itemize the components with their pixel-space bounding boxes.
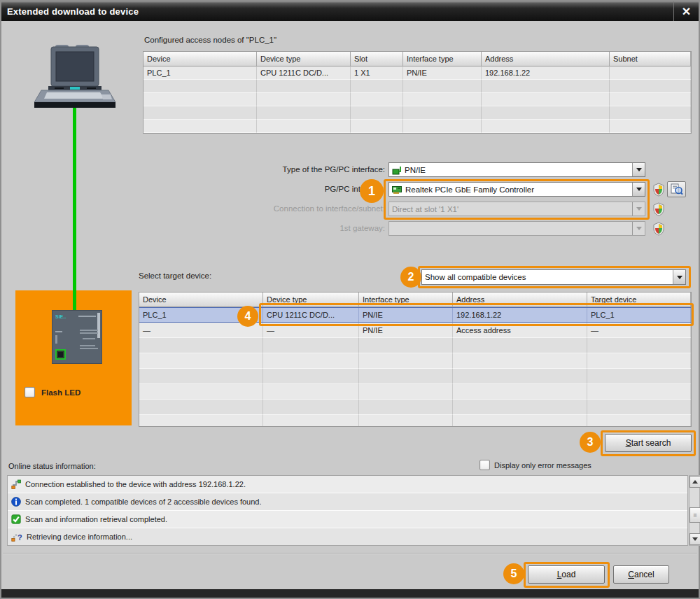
column-header[interactable]: Subnet — [610, 52, 691, 66]
bottom-divider — [3, 553, 697, 554]
pgpc-interface-value: Realtek PCIe GbE Family Controller — [405, 185, 534, 194]
pgpc-interface-label: PG/PC interface: — [211, 185, 385, 193]
column-header[interactable]: Device type — [257, 52, 351, 66]
target-row-selected[interactable]: PLC_1 CPU 1211C DC/D... PN/IE 192.168.1.… — [139, 307, 691, 323]
cancel-button[interactable]: Cancel — [613, 565, 669, 584]
cell-interface-type: PN/IE — [359, 323, 453, 338]
load-button[interactable]: Load — [528, 565, 605, 584]
dialog-title: Extended download to device — [1, 6, 139, 17]
cell-device: PLC_1 — [144, 66, 257, 80]
annotation-number: 5 — [511, 568, 517, 580]
table-row-empty — [139, 400, 691, 415]
dialog-bottom-edge — [1, 589, 699, 598]
target-row-access[interactable]: — — PN/IE Access address — — [139, 323, 691, 338]
chevron-down-icon — [632, 202, 645, 216]
network-plug-icon — [392, 165, 402, 175]
column-header[interactable]: Interface type — [359, 293, 453, 307]
screen: Extended download to device ✕ SIE.. — [0, 0, 700, 599]
laptop-icon — [34, 45, 116, 109]
chevron-down-icon[interactable] — [632, 183, 645, 196]
status-scrollbar: ≡ — [689, 475, 700, 546]
error-filter-checkbox[interactable] — [479, 460, 490, 470]
button-label: oad — [561, 570, 575, 579]
cell-target-device: — — [587, 323, 691, 338]
gateway-label: 1st gateway: — [211, 224, 385, 232]
status-row: Scan and information retrieval completed… — [8, 511, 687, 528]
pgpc-interface-select[interactable]: Realtek PCIe GbE Family Controller — [388, 182, 645, 197]
cell-device-type: CPU 1211C DC/D... — [263, 308, 359, 322]
configured-nodes-label: Configured access nodes of "PLC_1" — [144, 36, 276, 44]
annotation-number: 3 — [587, 436, 594, 449]
table-row-empty — [139, 353, 691, 369]
column-header[interactable]: Address — [482, 52, 610, 66]
search-icon — [671, 183, 683, 195]
error-filter-label: Display only error messages — [494, 461, 592, 470]
status-text: Scan and information retrieval completed… — [25, 515, 167, 523]
column-header[interactable]: Interface type — [403, 52, 482, 66]
network-card-icon — [392, 185, 402, 195]
query-icon: ? — [11, 532, 22, 542]
status-text: Connection established to the device wit… — [25, 480, 246, 488]
column-header[interactable]: Device — [139, 293, 263, 307]
table-row-empty — [144, 120, 691, 133]
button-label: ancel — [634, 570, 654, 579]
annotation-circle-3: 3 — [580, 432, 601, 453]
online-status-label: Online status information: — [8, 462, 96, 470]
network-cable — [73, 108, 76, 312]
column-header[interactable]: Slot — [351, 52, 403, 66]
status-message-list: Connection established to the device wit… — [7, 475, 688, 546]
cell-address: Access address — [453, 323, 587, 338]
button-label: S — [626, 438, 631, 448]
annotation-number: 2 — [408, 271, 414, 283]
table-row-empty — [144, 80, 691, 93]
table-row-empty — [139, 369, 691, 384]
cell-interface-type: PN/IE — [403, 66, 482, 80]
connection-subnet-value: Direct at slot '1 X1' — [392, 205, 458, 213]
close-button[interactable]: ✕ — [673, 1, 699, 21]
flash-led-checkbox[interactable] — [24, 387, 35, 397]
connection-subnet-label: Connection to interface/subnet: — [211, 204, 385, 213]
table-row-empty — [139, 415, 691, 427]
pgpc-type-value: PN/IE — [405, 166, 426, 174]
chevron-down-icon[interactable] — [632, 163, 645, 176]
scroll-down-button[interactable] — [690, 533, 700, 545]
button-label: C — [628, 570, 634, 579]
cell-target-device: PLC_1 — [587, 308, 691, 322]
extended-download-dialog: Extended download to device ✕ SIE.. — [0, 0, 700, 599]
pgpc-type-select[interactable]: PN/IE — [388, 162, 645, 177]
pgpc-type-label: Type of the PG/PC interface: — [211, 165, 385, 174]
annotation-circle-4: 4 — [237, 306, 258, 327]
table-row-empty — [144, 93, 691, 106]
button-label: tart search — [631, 438, 671, 448]
security-shield-icon — [652, 202, 665, 216]
security-shield-icon — [652, 222, 665, 236]
annotation-circle-1: 1 — [360, 179, 384, 203]
column-header[interactable]: Device — [144, 52, 257, 66]
column-header[interactable]: Device type — [263, 293, 359, 307]
scroll-up-button[interactable] — [690, 476, 700, 488]
plc-device-icon: SIE.. — [52, 310, 102, 364]
status-row: Scan completed. 1 compatible devices of … — [8, 493, 687, 511]
gateway-select — [388, 221, 645, 236]
column-header[interactable]: Address — [453, 293, 587, 307]
cell-interface-type: PN/IE — [359, 308, 453, 322]
connection-icon — [11, 479, 21, 489]
annotation-number: 1 — [368, 184, 375, 199]
device-filter-select[interactable]: Show all compatible devices — [421, 269, 686, 285]
device-filter-value: Show all compatible devices — [425, 273, 526, 281]
start-search-button[interactable]: Start search — [605, 434, 692, 452]
table-row[interactable]: PLC_1 CPU 1211C DC/D... 1 X1 PN/IE 192.1… — [144, 66, 691, 80]
scroll-thumb[interactable]: ≡ — [690, 507, 700, 523]
info-icon — [11, 497, 21, 507]
cell-slot: 1 X1 — [351, 66, 403, 80]
table-row-empty — [139, 384, 691, 400]
close-icon: ✕ — [682, 5, 691, 18]
column-header[interactable]: Target device — [587, 293, 691, 307]
cell-address: 192.168.1.22 — [453, 308, 587, 322]
show-accessible-devices-button[interactable] — [667, 181, 686, 197]
configured-nodes-table: Device Device type Slot Interface type A… — [143, 51, 692, 134]
chevron-down-icon[interactable] — [673, 270, 685, 284]
svg-text:SIE..: SIE.. — [55, 314, 66, 319]
success-icon — [11, 514, 21, 524]
flash-led-label: Flash LED — [41, 388, 80, 397]
